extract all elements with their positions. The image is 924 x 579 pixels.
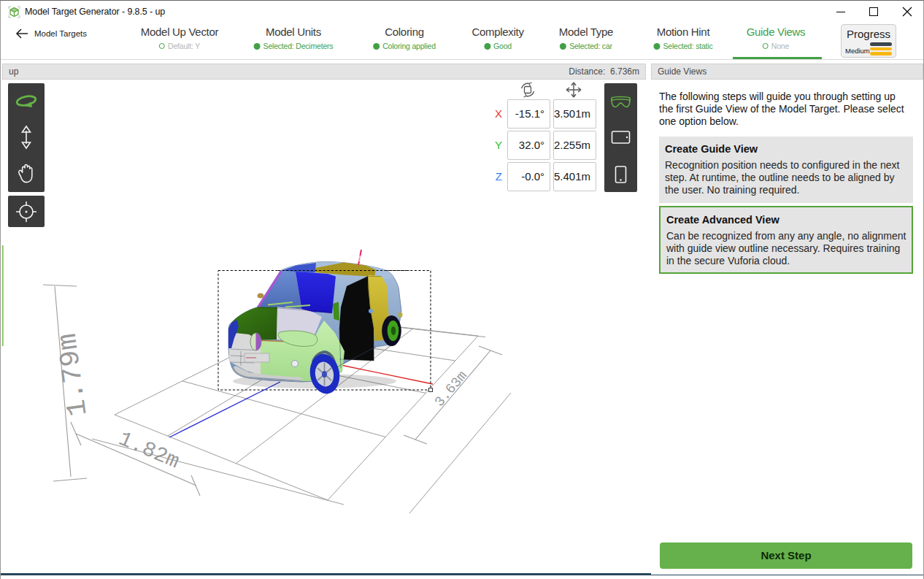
svg-text:1.82m: 1.82m bbox=[115, 427, 182, 475]
svg-text:1.79m: 1.79m bbox=[52, 331, 94, 418]
svg-text:3.63m: 3.63m bbox=[431, 368, 471, 410]
